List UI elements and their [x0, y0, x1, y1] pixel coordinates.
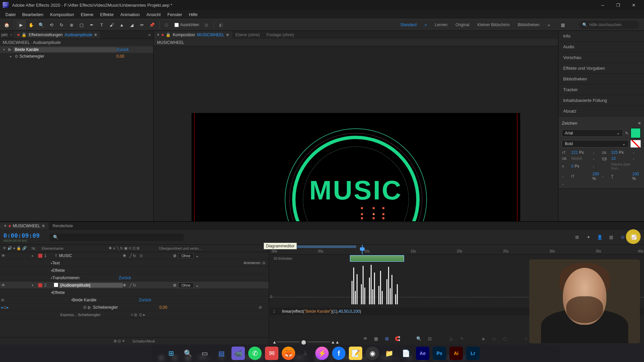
gt-kf3-icon[interactable]: ⬡ [501, 335, 508, 342]
workspace-lernen[interactable]: Lernen [435, 22, 447, 27]
workspace-kleiner[interactable]: Kleiner Bildschirm [477, 22, 509, 27]
puppet-tool[interactable]: 📌 [147, 20, 157, 29]
hscale-value[interactable]: 100 % [632, 172, 639, 181]
fill-color-swatch[interactable] [631, 128, 641, 138]
effects-tab[interactable]: ■ 🔒 Effekteinstellungen Audioamplitude ≡ [14, 31, 100, 39]
help-search[interactable]: 🔍 Hilfe durchsuchen [579, 21, 639, 29]
hand-tool[interactable]: ✋ [26, 20, 36, 29]
menu-fenster[interactable]: Fenster [164, 11, 185, 18]
layer-1-text[interactable]: ▸TextAnimieren: ⊙ [0, 259, 269, 267]
font-weight-dropdown[interactable]: Bold⌄ [562, 140, 629, 147]
gt-snap-icon[interactable]: 🧲 [394, 335, 401, 342]
home-tool[interactable]: 🏠 [2, 20, 11, 29]
selection-handles[interactable] [361, 207, 384, 219]
stroke-value[interactable]: 0 Px [571, 164, 590, 169]
zoom-tool[interactable]: 🔍 [37, 20, 46, 29]
gt-fit-icon[interactable]: ⊡ [426, 335, 433, 342]
task-notes[interactable]: 📝 [349, 347, 362, 360]
task-explorer[interactable]: 📁 [382, 347, 396, 360]
mask-mode-icon[interactable]: ◧ [216, 20, 226, 29]
snap-checkbox[interactable] [174, 23, 179, 27]
graph-editor-button[interactable]: 📈 [630, 233, 638, 241]
task-messenger[interactable]: ⚡ [315, 347, 329, 360]
menu-datei[interactable]: Datei [2, 11, 19, 18]
task-notepad[interactable]: 📄 [399, 347, 413, 360]
project-tab-close-icon[interactable]: × [9, 33, 14, 37]
char-menu-icon[interactable]: ≡ [638, 121, 641, 126]
kerning-value[interactable]: Metrik [571, 156, 590, 161]
task-ai[interactable]: Ai [449, 347, 463, 360]
roto-tool[interactable]: ✏ [137, 20, 147, 29]
rotate-tool[interactable]: ↻ [57, 20, 66, 29]
no-stroke-icon[interactable] [631, 140, 641, 147]
layer-tab[interactable]: Ebene (ohne) [232, 31, 263, 39]
layer-1-transform[interactable]: ▸TransformierenZurück [0, 274, 269, 282]
task-search[interactable]: 🔍 [181, 347, 195, 360]
panel-fuellung[interactable]: Inhaltsbasierte Füllung [558, 95, 644, 106]
eraser-tool[interactable]: ◢ [127, 20, 137, 29]
menu-animation[interactable]: Animation [117, 11, 143, 18]
fontsize-value[interactable]: 221 Px [571, 150, 590, 155]
panel-info[interactable]: Info [558, 31, 644, 42]
panel-absatz[interactable]: Absatz [558, 106, 644, 117]
gt-kf2-icon[interactable]: ◇ [491, 335, 497, 342]
menu-ebene[interactable]: Ebene [77, 11, 97, 18]
task-firefox[interactable]: 🦊 [282, 347, 295, 360]
anchor-tool[interactable]: ⊕ [67, 20, 76, 29]
snap-opts-icon[interactable]: ⊞ [202, 20, 211, 29]
task-ae[interactable]: Ae [416, 347, 429, 360]
workspace-bibliotheken[interactable]: Bibliotheken [518, 22, 539, 27]
snap-icon[interactable]: ⊡ [162, 20, 171, 29]
leading-value[interactable]: 325 Px [611, 150, 630, 155]
timeline-tab-comp[interactable]: ×■MUSICWHEEL ≡ [0, 222, 49, 230]
vscale-value[interactable]: 100 % [592, 172, 599, 181]
task-lr[interactable]: Lr [466, 347, 480, 360]
layer-1-effects[interactable]: ▸Effekte [0, 267, 269, 274]
timeline-search[interactable]: 🔍 [50, 234, 184, 241]
menu-ansicht[interactable]: Ansicht [143, 11, 164, 18]
workspace-panel-icon[interactable]: ▥ [558, 20, 568, 29]
task-obs[interactable]: ◉ [366, 347, 379, 360]
menu-effekte[interactable]: Effekte [97, 11, 117, 18]
effect-schieberegler[interactable]: ▸⊙ Schieberegler 0,00 [0, 53, 153, 60]
gt-zoom-icon[interactable]: 🔍 [416, 335, 422, 342]
pen-tool[interactable]: ✒ [87, 20, 96, 29]
brush-tool[interactable]: 🖌 [107, 20, 116, 29]
gt-choose-icon[interactable]: ▦ [373, 335, 379, 342]
stamp-tool[interactable]: ▲ [117, 20, 126, 29]
layer-2-expr[interactable]: Express... Schieberegler= ⊵ ⊙ ▸ [0, 311, 269, 318]
gt-box-icon[interactable]: ⊞ [383, 335, 390, 342]
timeline-ruler[interactable]: 00s 05s 10s 15s 20s 25s 30s 35s 40s [269, 245, 644, 255]
timeline-zoom-slider[interactable]: ▲⬤▲▲ [272, 340, 339, 344]
maximize-button[interactable]: ❐ [610, 0, 626, 10]
task-chess[interactable]: ♟ [299, 347, 312, 360]
panel-effekte[interactable]: Effekte und Vorgaben [558, 63, 644, 74]
workspace-original[interactable]: Original [455, 22, 469, 27]
minimize-button[interactable]: ─ [595, 0, 610, 10]
font-family-dropdown[interactable]: Arial⌄ [562, 129, 623, 137]
selection-tool[interactable]: ▶ [16, 20, 26, 29]
layer-1[interactable]: 👁 ▸ 1 T MUSIC ✱ ╱ fx ⊙ ⊘ Ohne ⌄ [0, 252, 269, 259]
panel-tracker[interactable]: Tracker [558, 84, 644, 95]
shy-icon[interactable]: 👤 [596, 233, 604, 241]
layer-2-slider[interactable]: ◂◇▸⊙ ⊵Schieberegler0,00⊘ [0, 304, 269, 311]
task-start[interactable]: ⊞ [164, 347, 178, 360]
text-tool[interactable]: T [97, 20, 106, 29]
task-widgets[interactable]: ▤ [215, 347, 228, 360]
task-ps[interactable]: Ps [433, 347, 446, 360]
panel-overflow-icon[interactable]: » [146, 32, 153, 37]
frame-blend-icon[interactable]: ▥ [607, 233, 615, 241]
task-whatsapp[interactable]: ✆ [248, 347, 262, 360]
panel-bibliotheken[interactable]: Bibliotheken [558, 74, 644, 84]
gt-kf1-icon[interactable]: ◆ [480, 335, 487, 342]
project-tab-hidden[interactable]: jekt [0, 31, 9, 39]
layer-2-effects[interactable]: ▾Effekte [0, 289, 269, 296]
task-view[interactable]: ▭ [198, 347, 211, 360]
timeline-tab-render[interactable]: Renderliste [49, 222, 77, 230]
shape-tool[interactable]: ▢ [77, 20, 86, 29]
comp-tab[interactable]: ×■🔒 Komposition MUSICWHEEL ≡ [154, 31, 232, 39]
effect-beide-kanaele[interactable]: ▾fx Beide Kanäle Zurück [0, 46, 153, 53]
orbit-tool[interactable]: ⟲ [47, 20, 56, 29]
workspace-menu-icon[interactable]: ≡ [425, 23, 427, 27]
panel-audio[interactable]: Audio [558, 42, 644, 52]
